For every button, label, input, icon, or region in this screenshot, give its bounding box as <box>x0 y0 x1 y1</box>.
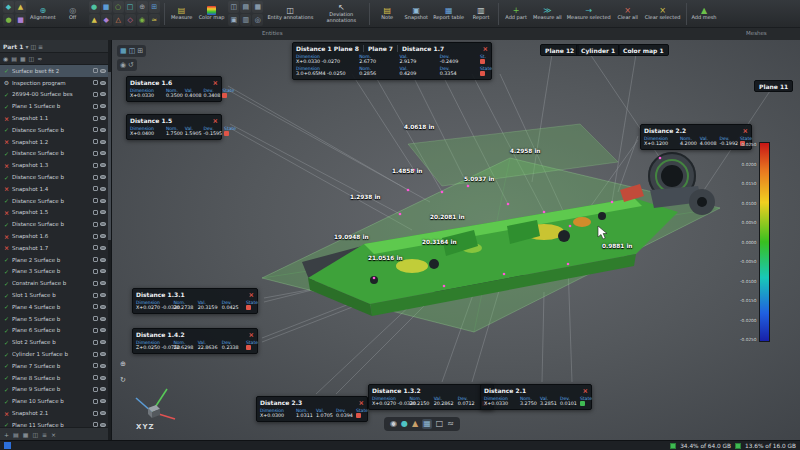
visibility-icon[interactable] <box>100 387 106 391</box>
annotation-distance-1-3-1[interactable]: Distance 1.3.1×DimensionNom.Val.Dev.Stat… <box>132 288 258 314</box>
visibility-icon[interactable] <box>100 210 106 214</box>
tree-item[interactable]: ✓Plane 2 Surface b <box>0 254 111 266</box>
tree-panel-header[interactable]: Part 1 ▾◫≡ <box>0 40 111 53</box>
pan-icon[interactable]: ⊕ <box>120 359 126 369</box>
annotation-distance-1-4-2[interactable]: Distance 1.4.2×DimensionNom.Val.Dev.Stat… <box>132 328 258 354</box>
tree-item[interactable]: ✓26994-00 Surface bes <box>0 89 111 101</box>
tree-item[interactable]: ✓Slot 2 Surface b <box>0 336 111 348</box>
circle-tool-icon[interactable]: ○ <box>113 1 124 13</box>
tree-item[interactable]: ✓Plane 9 Surface b <box>0 384 111 396</box>
tree-item[interactable]: ✓Distance Surface b <box>0 148 111 160</box>
panel-icon[interactable]: ◫ <box>30 43 36 50</box>
feature-label[interactable]: Cylinder 1 <box>576 44 620 56</box>
snapshot-button[interactable]: ▣Snapshot <box>402 1 430 27</box>
tree-item[interactable]: ✓Plane 10 Surface b <box>0 395 111 407</box>
visibility-icon[interactable] <box>100 352 106 356</box>
visibility-icon[interactable] <box>100 317 106 321</box>
visibility-icon[interactable]: ◉ <box>390 419 397 429</box>
hole-tool-icon[interactable]: ◉ <box>137 14 148 26</box>
visibility-icon[interactable] <box>100 411 106 415</box>
visibility-icon[interactable] <box>100 187 106 191</box>
visibility-icon[interactable] <box>100 269 106 273</box>
grid-view-icon[interactable]: ▦ <box>23 431 29 438</box>
grid-icon[interactable]: ▦ <box>20 55 26 62</box>
probe-icon[interactable]: ◆ <box>3 1 14 13</box>
annotation-distance-1-3-2[interactable]: Distance 1.3.2×DimensionNom.Val.Dev.Stat… <box>368 384 494 410</box>
report-table-button[interactable]: ▦Report table <box>431 1 466 27</box>
visibility-icon[interactable] <box>100 163 106 167</box>
feature-label[interactable]: Color map 1 <box>618 44 669 56</box>
visibility-icon[interactable] <box>100 175 106 179</box>
tree-item[interactable]: ⚙Inspection program <box>0 77 111 89</box>
annotation-distance-2-3[interactable]: Distance 2.3×DimensionNom.Val.Dev.StateX… <box>256 396 368 422</box>
add-icon[interactable]: + <box>4 431 9 438</box>
visibility-icon[interactable] <box>100 222 106 226</box>
visibility-icon[interactable] <box>100 151 106 155</box>
diamond-tool-icon[interactable]: ◇ <box>125 14 136 26</box>
visibility-icon[interactable] <box>100 116 106 120</box>
matrix-tool-icon[interactable]: ▦ <box>252 1 263 13</box>
options-icon[interactable]: ≡ <box>42 431 47 438</box>
visibility-icon[interactable] <box>100 234 106 238</box>
annotation-distance-1-5[interactable]: Distance 1.5×DimensionNom.Val.Dev.StateX… <box>126 114 222 140</box>
delete-icon[interactable]: × <box>51 431 56 438</box>
close-icon[interactable]: × <box>207 80 218 86</box>
target-tool-icon[interactable]: ⊕ <box>137 1 148 13</box>
view-cube-icon[interactable]: ▦ <box>120 46 127 56</box>
tree-item[interactable]: ✓Plane 6 Surface b <box>0 325 111 337</box>
datum-icon[interactable]: ■ <box>15 14 26 26</box>
close-icon[interactable]: × <box>243 332 254 338</box>
add-mesh-button[interactable]: ▲Add mesh <box>690 1 719 27</box>
tree-item[interactable]: ×Snapshot 1.2 <box>0 136 111 148</box>
close-icon[interactable]: × <box>207 118 218 124</box>
rectangle-tool-icon[interactable]: □ <box>125 1 136 13</box>
deviation-annotations-button[interactable]: ↖Deviation annotations <box>316 1 366 27</box>
visibility-icon[interactable] <box>100 258 106 262</box>
close-icon[interactable]: × <box>243 292 254 298</box>
visibility-icon[interactable] <box>100 246 106 250</box>
split-view-icon[interactable]: ◫ <box>129 46 136 56</box>
tree-item[interactable]: ×Snapshot 1.6 <box>0 230 111 242</box>
curve-filter-icon[interactable]: ≈ <box>37 55 42 62</box>
align-tool-icon[interactable]: ▲ <box>15 1 26 13</box>
callout-tool-icon[interactable]: ◫ <box>228 1 239 13</box>
tree-item[interactable]: ✓Distance Surface b <box>0 195 111 207</box>
ring-tool-icon[interactable]: ◎ <box>252 14 263 26</box>
close-icon[interactable]: × <box>577 388 588 394</box>
tree-item[interactable]: ✓Plane 7 Surface b <box>0 360 111 372</box>
table-tool-icon[interactable]: ▤ <box>240 1 251 13</box>
measure-button[interactable]: ▤Measure <box>168 1 196 27</box>
grid-snap-icon[interactable]: ⊞ <box>137 46 143 56</box>
grid-tool-icon[interactable]: ⊞ <box>149 1 160 13</box>
tree-item[interactable]: ×Snapshot 1.5 <box>0 207 111 219</box>
tree-item[interactable]: ✓Plane 11 Surface b <box>0 419 111 427</box>
sheet-tool-icon[interactable]: ▥ <box>240 14 251 26</box>
split-view-icon[interactable]: ◫ <box>32 431 38 438</box>
tree-item[interactable]: ✓Plane 4 Surface b <box>0 301 111 313</box>
off-button[interactable]: ◎Off <box>59 1 87 27</box>
clear-all-button[interactable]: ×Clear all <box>614 1 642 27</box>
tree-item[interactable]: ✓Plane 5 Surface b <box>0 313 111 325</box>
visibility-icon[interactable] <box>100 364 106 368</box>
visibility-icon[interactable] <box>100 293 106 297</box>
inspected-part[interactable] <box>262 124 720 332</box>
tree-item[interactable]: ✓Constrain Surface b <box>0 277 111 289</box>
annotation-distance-1-6[interactable]: Distance 1.6×DimensionNom.Val.Dev.StateX… <box>126 76 222 102</box>
rotate-icon[interactable]: ↻ <box>120 375 126 385</box>
tree-scrollbar[interactable] <box>108 40 111 440</box>
menu-icon[interactable]: ≡ <box>38 43 43 50</box>
cone-view-icon[interactable]: ▲ <box>412 419 418 429</box>
plane-view-icon[interactable]: □ <box>436 419 444 429</box>
tree-item[interactable]: ×Snapshot 2.1 <box>0 407 111 419</box>
tree-item[interactable]: ×Snapshot 1.4 <box>0 183 111 195</box>
tree-item[interactable]: ✓Distance Surface b <box>0 124 111 136</box>
close-icon[interactable]: × <box>353 400 364 406</box>
visibility-icon[interactable] <box>100 340 106 344</box>
flag-tool-icon[interactable]: ▣ <box>228 14 239 26</box>
polygon-tool-icon[interactable]: ◆ <box>101 14 112 26</box>
tree-item[interactable]: ✓Cylinder 1 Surface b <box>0 348 111 360</box>
close-icon[interactable]: × <box>477 46 488 52</box>
point-icon[interactable]: ● <box>3 14 14 26</box>
annotation-distance-2-1[interactable]: Distance 2.1×DimensionNom.Val.Dev.StateX… <box>480 384 592 410</box>
report-button[interactable]: ▥Report <box>467 1 495 27</box>
